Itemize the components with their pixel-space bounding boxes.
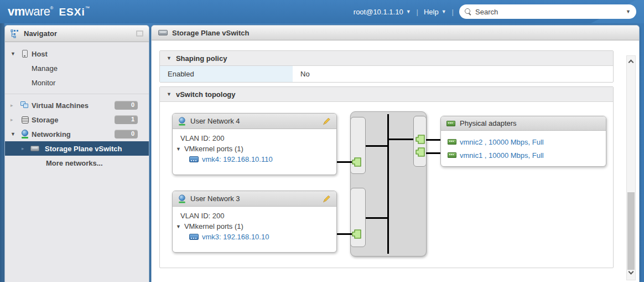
portgroup-name: User Network 4 [190,117,240,125]
vswitch-backbone-line [387,114,389,254]
sidebar-item-label: Host [32,50,48,58]
physical-nic-icon [448,139,456,145]
edit-pencil-icon[interactable] [322,117,331,126]
portgroup-name: User Network 3 [190,194,240,203]
vmnic-link[interactable]: vmnic2 , 10000 Mbps, Full [460,138,544,146]
sidebar-item-label: Manage [32,64,58,73]
left-edge-strip [0,23,4,282]
separator: | [417,8,418,16]
navigator-header: Navigator [5,25,149,42]
vmkernel-ports-label: VMkernel ports (1) [184,145,243,153]
port-icon [415,134,425,145]
topology-canvas: User Network 4 VLAN ID: 200 ▼ [160,102,613,268]
sidebar-item-monitor[interactable]: Monitor [5,75,149,90]
row-label: Enabled [160,66,293,82]
section-title: Shaping policy [176,54,227,63]
vmnic-link[interactable]: vmnic1 , 10000 Mbps, Full [460,151,544,160]
vlan-label: VLAN ID: 200 [180,212,225,220]
portgroup-header: User Network 3 [173,191,336,207]
search-dropdown-icon[interactable]: ▼ [626,9,631,14]
physical-adapters-header: Physical adapters [441,116,606,131]
logo-ware: ware [25,4,50,18]
shaping-policy-header[interactable]: ▼ Shaping policy [160,51,613,66]
page-title: Storage Plane vSwitch [172,29,249,37]
port-icon [351,157,362,167]
physical-adapters-box: Physical adapters vmnic2 , 10000 Mbps, F… [440,116,606,167]
physical-adapters-list: vmnic2 , 10000 Mbps, Full vmnic1 , 10000… [441,131,606,162]
search-input[interactable] [475,8,622,16]
connection-line [366,217,388,219]
adapter-row: vmnic2 , 10000 Mbps, Full [448,135,606,148]
collapse-arrow-icon[interactable]: ▼ [11,131,15,137]
vmk-link[interactable]: vmk4: 192.168.10.110 [202,155,273,163]
host-icon [20,49,29,58]
separator: | [452,8,454,16]
scroll-down-arrow[interactable] [627,269,635,279]
popout-icon[interactable] [136,30,143,37]
search-box[interactable]: ▼ [459,4,636,19]
collapse-arrow-icon: ▼ [167,91,172,97]
help-menu[interactable]: Help ▼ [424,8,446,16]
vswitch-topology-header[interactable]: ▼ vSwitch topology [160,87,613,102]
scroll-up-arrow[interactable] [627,57,635,67]
page-header: Storage Plane vSwitch [152,25,639,40]
main-content: ▼ Shaping policy Enabled No ▼ vSwitch to… [152,40,639,282]
sidebar-item-networking[interactable]: ▼ Networking 0 [5,127,149,141]
portgroup-details: VLAN ID: 200 ▼ VMkernel ports (1) vmk4: … [173,129,336,165]
main-panel: Storage Plane vSwitch ▼ Shaping policy E… [151,25,640,282]
connection-line [337,161,352,163]
adapter-row: vmnic1 , 10000 Mbps, Full [448,148,606,162]
logo-esxi: ESXi [59,6,85,18]
vmkernel-nic-icon [189,156,199,162]
expand-arrow-icon[interactable]: ▸ [11,117,13,122]
topbar-right-group: root@10.1.1.10 ▼ | Help ▼ | ▼ [354,0,636,23]
connection-line [426,152,442,154]
physical-nic-icon [446,121,455,126]
help-menu-label: Help [424,8,439,16]
sidebar-item-storage[interactable]: ▸ Storage 1 [5,112,149,127]
portgroup-box-user-network-4: User Network 4 VLAN ID: 200 ▼ [172,113,337,175]
collapse-arrow-icon[interactable]: ▼ [11,51,15,57]
connection-line [366,145,388,147]
sidebar-item-host[interactable]: ▼ Host [5,47,149,61]
storage-icon [20,115,29,124]
vmkernel-nic-icon [189,234,199,240]
chevron-down-icon: ▼ [406,9,411,14]
shaping-policy-section: ▼ Shaping policy Enabled No [159,50,614,83]
vmk-link[interactable]: vmk3: 192.168.10.10 [202,233,269,241]
connection-line [389,139,413,140]
logo-reg: ® [50,6,53,11]
portgroup-details: VLAN ID: 200 ▼ VMkernel ports (1) vmk3: … [173,207,336,242]
vmkernel-ports-row[interactable]: ▼ VMkernel ports (1) [176,221,336,232]
sidebar-item-virtual-machines[interactable]: ▸ Virtual Machines 0 [5,98,149,112]
divider [5,94,149,94]
vertical-scrollbar[interactable] [626,55,636,280]
user-menu[interactable]: root@10.1.1.10 ▼ [354,8,411,16]
virtual-machines-icon [20,101,29,110]
expand-arrow-icon[interactable]: ▸ [22,146,24,151]
vswitch-topology-section: ▼ vSwitch topology [159,86,614,268]
expand-arrow-icon[interactable]: ▸ [11,102,13,108]
port-icon [351,229,362,239]
sidebar-item-label: Storage [32,116,58,124]
logo-tm: ™ [85,6,90,11]
network-globe-icon [178,194,185,203]
search-icon [465,8,471,15]
portgroup-box-user-network-3: User Network 3 VLAN ID: 200 ▼ [172,191,337,253]
table-row: Enabled No [160,66,613,82]
edit-pencil-icon[interactable] [322,194,331,203]
scrollbar-thumb[interactable] [627,192,635,270]
sidebar-item-storage-plane-vswitch[interactable]: ▸ Storage Plane vSwitch [5,141,149,156]
vmware-esxi-logo: vmware®ESXi™ [8,4,90,19]
vswitch-icon [158,30,168,35]
count-badge: 0 [115,101,138,110]
sidebar-item-manage[interactable]: Manage [5,61,149,75]
navigator-panel: Navigator ▼ Host Manage Monitor ▸ Virtua… [4,25,149,282]
connection-line [337,233,352,235]
row-value: No [293,66,613,82]
vmkernel-ports-row[interactable]: ▼ VMkernel ports (1) [176,143,336,154]
collapse-arrow-icon: ▼ [176,224,181,229]
count-badge: 0 [115,130,138,139]
sidebar-item-more-networks[interactable]: More networks... [5,156,149,170]
connection-line [426,139,442,141]
